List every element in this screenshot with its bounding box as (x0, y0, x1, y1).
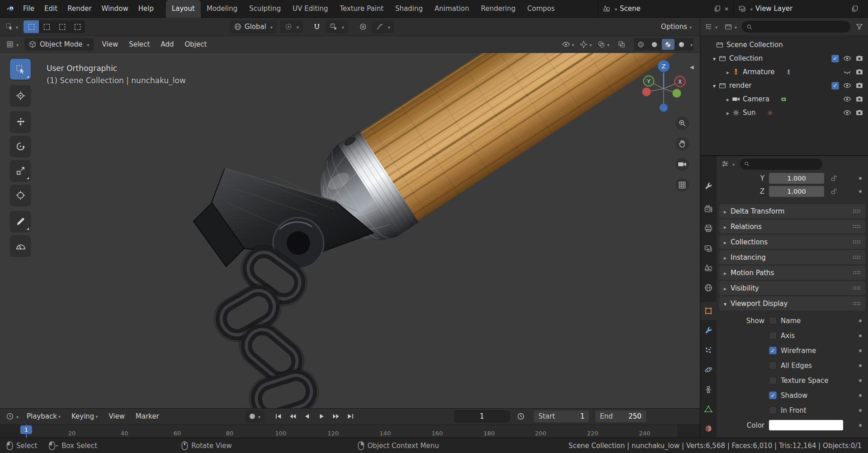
drag-grip-icon[interactable] (853, 209, 861, 213)
perspective-toggle-button[interactable] (675, 178, 689, 192)
gizmo-y-neg[interactable] (673, 89, 681, 98)
object-visibility-dropdown[interactable] (562, 40, 574, 48)
wireframe-checkbox[interactable] (769, 347, 777, 354)
chevron-down-icon[interactable] (749, 5, 753, 13)
timeline-menu-marker[interactable]: Marker (131, 409, 164, 424)
navigation-gizmo[interactable]: Z Y X (632, 57, 695, 120)
workspace-tab-animation[interactable]: Animation (429, 0, 475, 18)
jump-to-start-button[interactable] (272, 410, 285, 422)
tab-tool[interactable] (700, 177, 717, 195)
disclosure-open-icon[interactable] (713, 54, 716, 62)
collection-exclude-checkbox[interactable] (831, 55, 839, 62)
unlink-scene-icon[interactable] (724, 5, 729, 13)
axis-checkbox[interactable] (769, 332, 777, 339)
filter-icon[interactable] (855, 23, 863, 31)
name-checkbox[interactable] (769, 317, 777, 324)
play-reverse-button[interactable] (301, 410, 314, 422)
outliner-row-render[interactable]: render (700, 79, 868, 92)
timeline-menu-keying[interactable]: Keying (66, 409, 103, 424)
hidden-eye-icon[interactable] (843, 68, 851, 76)
current-frame-field[interactable]: 1 (454, 410, 509, 422)
menu-render[interactable]: Render (62, 0, 96, 18)
animate-dot[interactable] (859, 364, 862, 367)
scene-name[interactable]: Scene (620, 5, 711, 13)
drag-grip-icon[interactable] (853, 224, 861, 229)
menu-help[interactable]: Help (133, 0, 159, 18)
use-preview-range-button[interactable] (514, 410, 528, 422)
chevron-down-icon[interactable] (613, 5, 617, 13)
editor-type-button[interactable] (4, 40, 21, 48)
workspace-tab-texture-paint[interactable]: Texture Paint (334, 0, 389, 18)
next-keyframe-button[interactable] (330, 410, 343, 422)
drag-grip-icon[interactable] (853, 240, 861, 244)
menu-edit[interactable]: Edit (39, 0, 62, 18)
disclosure-closed-icon[interactable] (726, 95, 729, 103)
disable-render-camera-icon[interactable] (855, 109, 863, 117)
3d-scene[interactable] (0, 53, 700, 408)
select-mode-subtract[interactable] (54, 20, 70, 33)
outliner-row-sun[interactable]: Sun (700, 106, 868, 119)
lock-open-icon[interactable] (830, 175, 838, 182)
animate-dot[interactable] (859, 424, 862, 427)
chevron-down-icon[interactable] (689, 40, 693, 48)
viewport-3d[interactable]: Object Mode View Select Add Object (0, 36, 700, 408)
select-mode-extend[interactable] (39, 20, 54, 33)
workspace-tab-shading[interactable]: Shading (389, 0, 429, 18)
new-scene-icon[interactable] (713, 5, 722, 13)
tab-constraints[interactable] (700, 381, 717, 398)
timeline-menu-playback[interactable]: Playback (22, 409, 66, 424)
disclosure-open-icon[interactable] (713, 81, 716, 90)
view-layer-name[interactable]: View Layer (755, 5, 848, 13)
animate-dot[interactable] (859, 177, 862, 180)
tab-world[interactable] (700, 279, 717, 296)
drag-grip-icon[interactable] (853, 301, 861, 305)
properties-search-input[interactable] (740, 158, 822, 170)
sidebar-collapse-arrow[interactable] (690, 62, 693, 71)
select-mode-intersect[interactable] (70, 20, 85, 33)
outliner-search-input[interactable] (742, 21, 850, 33)
section-visibility[interactable]: Visibility (719, 281, 865, 295)
timeline-editor-type-button[interactable] (4, 412, 21, 420)
xray-toggle[interactable] (615, 38, 628, 51)
animate-dot[interactable] (859, 409, 862, 412)
auto-keying-button[interactable] (245, 410, 264, 423)
scale-y-field[interactable]: 1.000 (769, 173, 824, 184)
menu-window[interactable]: Window (97, 0, 133, 18)
prev-keyframe-button[interactable] (286, 410, 300, 422)
disable-render-camera-icon[interactable] (855, 68, 863, 76)
gizmo-z-neg[interactable] (660, 104, 668, 112)
animate-dot[interactable] (859, 319, 862, 322)
animate-dot[interactable] (859, 349, 862, 352)
jump-to-end-button[interactable] (344, 410, 358, 422)
drag-grip-icon[interactable] (853, 286, 861, 290)
tab-material[interactable] (700, 420, 717, 438)
scene-icon[interactable] (603, 5, 611, 13)
tool-rotate[interactable] (10, 136, 31, 157)
show-overlays-dropdown[interactable] (597, 40, 609, 48)
tool-select-box[interactable] (10, 59, 31, 80)
disable-render-camera-icon[interactable] (855, 95, 863, 103)
workspace-tab-sculpting[interactable]: Sculpting (243, 0, 287, 18)
tab-particles[interactable] (700, 341, 717, 359)
section-motion-paths[interactable]: Motion Paths (719, 266, 865, 280)
workspace-tab-rendering[interactable]: Rendering (475, 0, 522, 18)
tool-measure[interactable] (10, 235, 31, 256)
tool-transform[interactable] (10, 185, 31, 205)
disable-render-camera-icon[interactable] (855, 81, 863, 90)
tab-physics[interactable] (700, 361, 717, 379)
tab-object-data[interactable] (700, 400, 717, 418)
playhead-label[interactable]: 1 (20, 425, 32, 434)
transform-orientation-dropdown[interactable]: Global (230, 20, 277, 33)
view-layer-icon[interactable] (738, 5, 746, 13)
tab-object[interactable] (700, 302, 717, 319)
workspace-tab-layout[interactable]: Layout (166, 0, 201, 18)
options-dropdown[interactable]: Options (661, 23, 692, 31)
scale-z-field[interactable]: 1.000 (769, 186, 824, 197)
animate-dot[interactable] (859, 379, 862, 382)
section-viewport-display[interactable]: Viewport Display (719, 296, 865, 310)
new-view-layer-icon[interactable] (851, 5, 859, 13)
timeline-track[interactable]: 20 40 60 80 100 120 140 160 180 200 220 … (0, 424, 700, 438)
tab-output[interactable] (700, 220, 717, 238)
snap-settings-dropdown[interactable] (326, 20, 348, 33)
snap-toggle[interactable] (310, 20, 324, 33)
